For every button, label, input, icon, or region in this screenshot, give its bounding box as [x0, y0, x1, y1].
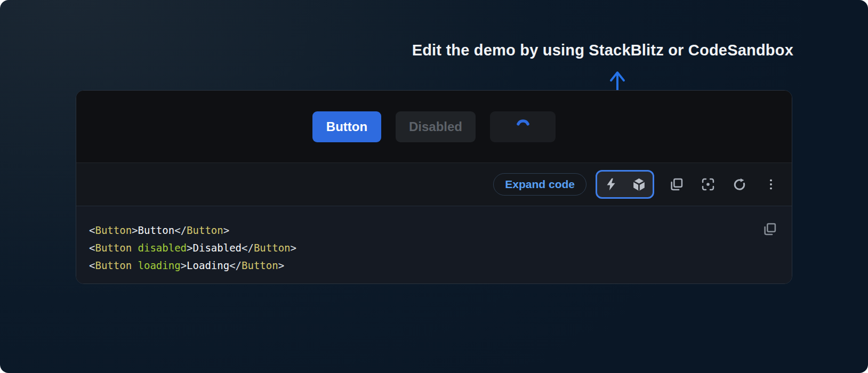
code-token: </	[174, 224, 187, 236]
scan-focus-icon	[701, 177, 716, 192]
code-token: loading	[138, 260, 181, 271]
code-token: >	[278, 260, 284, 271]
code-token: </	[229, 260, 242, 271]
code-token: Button	[95, 224, 132, 236]
expand-code-button[interactable]: Expand code	[493, 173, 586, 196]
code-token: Button	[242, 260, 278, 271]
more-actions-button[interactable]	[762, 175, 780, 193]
copy-code-button[interactable]	[761, 220, 779, 238]
code-token	[132, 260, 138, 271]
primary-button[interactable]: Button	[312, 111, 381, 142]
copy-icon	[669, 177, 684, 192]
copy-demo-button[interactable]	[668, 175, 686, 193]
copy-icon	[762, 222, 777, 237]
code-token: <	[89, 242, 95, 254]
edit-online-icon-group	[596, 170, 654, 199]
code-token: Loading	[187, 260, 229, 271]
code-token: Button	[138, 224, 175, 236]
code-token: disabled	[138, 242, 187, 254]
demo-card: Button Disabled Expand code	[76, 90, 792, 284]
code-token: >	[291, 242, 296, 254]
annotation-text: Edit the demo by using StackBlitz or Cod…	[412, 42, 793, 59]
code-token: >	[181, 260, 187, 271]
code-token: <	[89, 260, 95, 271]
code-token: Button	[254, 242, 291, 254]
demo-preview-area: Button Disabled	[76, 91, 792, 163]
scan-focus-button[interactable]	[699, 175, 717, 193]
code-token: Button	[187, 224, 223, 236]
code-block: <Button>Button</Button> <Button disabled…	[76, 206, 792, 284]
code-token	[132, 242, 138, 254]
code-token: >	[187, 242, 192, 254]
kebab-menu-icon	[764, 177, 778, 191]
codesandbox-cube-icon	[632, 177, 646, 192]
loading-spinner-icon	[516, 118, 531, 136]
refresh-icon	[732, 177, 747, 192]
code-token: Button	[95, 260, 132, 271]
code-line: <Button disabled>Disabled</Button>	[89, 239, 779, 257]
code-token: >	[132, 224, 138, 236]
code-token: Button	[95, 242, 132, 254]
refresh-button[interactable]	[730, 175, 749, 193]
code-token: <	[89, 224, 95, 236]
demo-toolbar: Expand code	[76, 163, 792, 206]
stackblitz-button[interactable]	[597, 175, 625, 193]
lightning-icon	[604, 177, 618, 191]
disabled-button[interactable]: Disabled	[396, 111, 476, 142]
loading-button[interactable]	[490, 111, 556, 142]
code-token: >	[223, 224, 229, 236]
page-background: Edit the demo by using StackBlitz or Cod…	[0, 0, 868, 373]
code-line: <Button loading>Loading</Button>	[89, 257, 779, 274]
code-token: </	[242, 242, 254, 254]
code-line: <Button>Button</Button>	[89, 222, 779, 239]
code-token: Disabled	[193, 242, 242, 254]
codesandbox-button[interactable]	[625, 175, 653, 193]
